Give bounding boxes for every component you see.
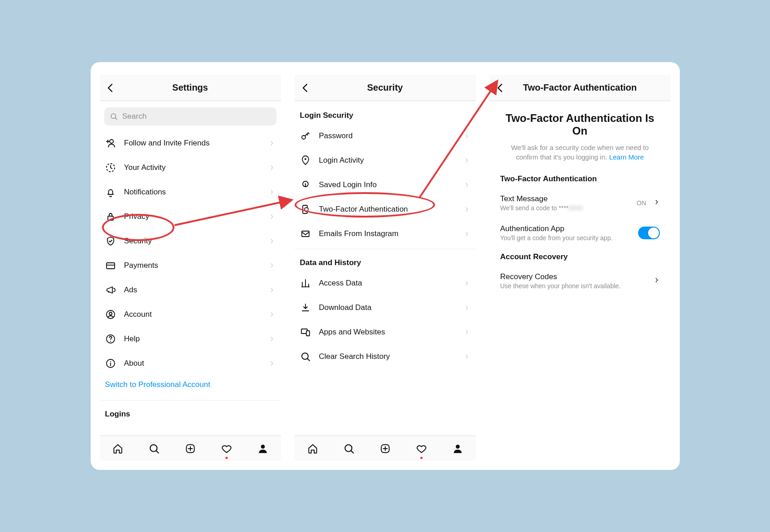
security-item-apps-websites[interactable]: Apps and Websites	[295, 320, 476, 344]
settings-item-your-activity[interactable]: Your Activity	[100, 155, 281, 180]
row-label: Privacy	[124, 212, 261, 221]
settings-body: Search Follow and Invite Friends Your Ac…	[100, 101, 281, 435]
tab-profile[interactable]	[451, 442, 465, 455]
chevron-right-icon	[268, 286, 276, 294]
tab-search[interactable]	[147, 442, 161, 455]
settings-item-help[interactable]: Help	[100, 327, 281, 351]
account-circle-icon	[104, 308, 117, 321]
settings-item-account[interactable]: Account	[100, 302, 281, 327]
tab-search[interactable]	[342, 442, 356, 455]
section-data-history: Data and History	[295, 252, 476, 271]
megaphone-icon	[104, 284, 117, 296]
row-label: About	[124, 359, 261, 368]
auth-app-subtitle: You'll get a code from your security app…	[500, 234, 633, 242]
row-label: Payments	[124, 261, 261, 270]
help-circle-icon	[104, 333, 117, 345]
chevron-right-icon	[463, 304, 470, 311]
chevron-right-icon	[463, 353, 470, 360]
bell-icon	[104, 186, 117, 198]
2fa-body: Two-Factor Authentication Is On We'll as…	[489, 101, 671, 461]
search-icon	[148, 443, 160, 455]
security-item-login-activity[interactable]: Login Activity	[295, 148, 476, 173]
row-label: Security	[124, 237, 261, 246]
chevron-right-icon	[463, 132, 470, 140]
security-item-saved-login[interactable]: Saved Login Info	[295, 173, 476, 197]
profile-filled-icon	[257, 443, 269, 455]
security-body: Login Security Password Login Activity S…	[295, 101, 476, 435]
learn-more-link[interactable]: Learn More	[609, 153, 644, 161]
row-label: Account	[124, 310, 261, 319]
security-item-2fa[interactable]: Two-Factor Authentication	[295, 197, 476, 222]
credit-card-icon	[104, 259, 117, 272]
settings-item-follow-invite[interactable]: Follow and Invite Friends	[100, 131, 281, 155]
heart-icon	[221, 443, 232, 455]
home-icon	[112, 443, 124, 455]
settings-item-payments[interactable]: Payments	[100, 253, 281, 278]
security-item-access-data[interactable]: Access Data	[295, 271, 476, 295]
tab-activity[interactable]	[220, 442, 233, 455]
row-label: Clear Search History	[319, 352, 456, 361]
security-back-button[interactable]	[299, 82, 312, 94]
settings-item-security[interactable]: Security	[100, 229, 281, 253]
security-item-download-data[interactable]: Download Data	[295, 295, 476, 320]
2fa-row-auth-app[interactable]: Authentication App You'll get a code fro…	[500, 220, 660, 250]
account-recovery-section: Account Recovery	[500, 252, 660, 261]
settings-search-input[interactable]: Search	[104, 107, 276, 126]
user-plus-icon	[104, 137, 117, 150]
security-item-clear-search[interactable]: Clear Search History	[295, 344, 476, 369]
tab-activity[interactable]	[415, 442, 428, 455]
home-icon	[307, 443, 319, 455]
2fa-description: We'll ask for a security code when we ne…	[500, 143, 660, 162]
settings-item-about[interactable]: About	[100, 351, 281, 376]
tab-add-post[interactable]	[378, 442, 392, 455]
info-circle-icon	[104, 357, 117, 370]
tab-add-post[interactable]	[184, 442, 197, 455]
row-label: Login Activity	[319, 156, 456, 165]
settings-panel: Settings Search Follow and Invite Friend…	[100, 75, 281, 461]
location-pin-icon	[299, 154, 312, 167]
profile-filled-icon	[452, 443, 464, 455]
tabbar-panel1	[100, 435, 281, 461]
auth-app-toggle[interactable]	[638, 227, 660, 239]
security-item-emails[interactable]: Emails From Instagram	[295, 222, 476, 246]
activity-dot	[225, 457, 228, 459]
row-label: Emails From Instagram	[319, 229, 456, 238]
row-label: Password	[319, 131, 456, 140]
tabbar-panel2	[295, 435, 476, 461]
recovery-codes-subtitle: Use these when your phone isn't availabl…	[500, 282, 648, 290]
2fa-row-text-message[interactable]: Text Message We'll send a code to ****00…	[500, 190, 660, 220]
key-icon	[299, 130, 312, 142]
activity-clock-icon	[104, 161, 117, 174]
row-label: Ads	[124, 285, 261, 295]
chevron-right-icon	[268, 213, 276, 220]
chevron-right-icon	[463, 157, 470, 164]
row-label: Download Data	[319, 303, 456, 312]
security-item-password[interactable]: Password	[295, 124, 476, 148]
settings-item-privacy[interactable]: Privacy	[100, 204, 281, 229]
tab-home[interactable]	[306, 442, 320, 455]
download-icon	[299, 301, 312, 314]
text-message-title: Text Message	[500, 194, 631, 203]
mail-icon	[299, 227, 312, 240]
security-header: Security	[295, 75, 476, 101]
2fa-row-recovery-codes[interactable]: Recovery Codes Use these when your phone…	[500, 268, 660, 298]
divider	[100, 400, 281, 401]
text-message-subtitle: We'll send a code to ****0000	[500, 204, 631, 212]
chevron-right-icon	[268, 360, 276, 367]
recovery-codes-title: Recovery Codes	[500, 272, 648, 281]
search-icon	[299, 350, 312, 363]
section-login-security: Login Security	[295, 105, 476, 124]
2fa-section-title: Two-Factor Authentication	[500, 174, 660, 184]
settings-item-notifications[interactable]: Notifications	[100, 180, 281, 204]
tab-home[interactable]	[111, 442, 125, 455]
settings-item-ads[interactable]: Ads	[100, 278, 281, 302]
row-label: Access Data	[319, 279, 456, 288]
row-label: Two-Factor Authentication	[319, 205, 456, 214]
tab-profile[interactable]	[256, 442, 270, 455]
2fa-back-button[interactable]	[494, 82, 507, 94]
settings-search-placeholder: Search	[122, 112, 147, 121]
settings-back-button[interactable]	[104, 82, 117, 94]
heart-icon	[416, 443, 427, 455]
switch-to-professional-link[interactable]: Switch to Professional Account	[100, 376, 281, 397]
chevron-right-icon	[463, 280, 470, 287]
